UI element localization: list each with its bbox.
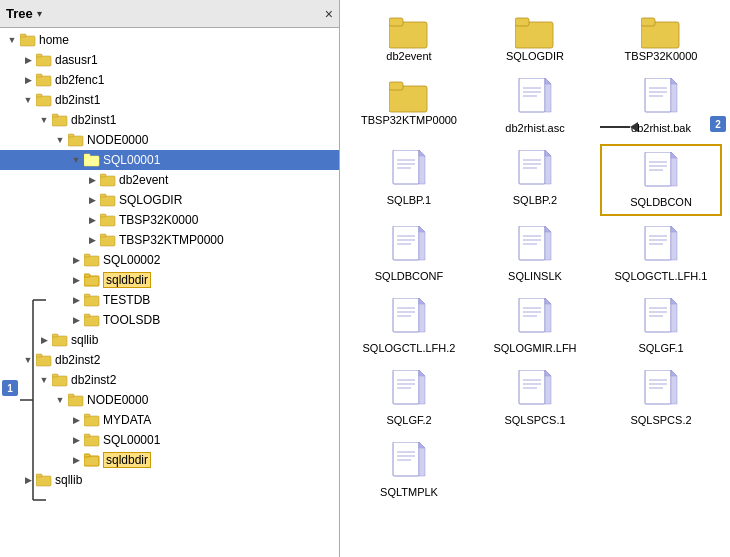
file-folder-icon-tbsp32k0000 bbox=[641, 14, 681, 50]
folder-icon-tbsp32ktmp0000-child bbox=[100, 233, 116, 247]
tree-node-testdb[interactable]: ▶ TESTDB bbox=[0, 290, 339, 310]
svg-rect-31 bbox=[84, 294, 90, 297]
file-item-sqlbp2[interactable]: SQLBP.2 bbox=[474, 144, 596, 216]
node-label-db2inst1: db2inst1 bbox=[55, 93, 100, 107]
expand-mydata[interactable]: ▶ bbox=[68, 412, 84, 428]
file-item-sqldbcon[interactable]: SQLDBCON bbox=[600, 144, 722, 216]
expand-db2event-child[interactable]: ▶ bbox=[84, 172, 100, 188]
tree-node-dasusr1[interactable]: ▶ dasusr1 bbox=[0, 50, 339, 70]
svg-rect-106 bbox=[393, 298, 419, 332]
folder-icon-db2inst1 bbox=[36, 93, 52, 107]
expand-sqlogdir-child[interactable]: ▶ bbox=[84, 192, 100, 208]
svg-rect-136 bbox=[645, 370, 671, 404]
expand-sqldbdir1[interactable]: ▶ bbox=[68, 272, 84, 288]
svg-rect-23 bbox=[100, 214, 106, 217]
file-item-sqlogdir[interactable]: SQLOGDIR bbox=[474, 8, 596, 68]
tree-node-mydata[interactable]: ▶ MYDATA bbox=[0, 410, 339, 430]
expand-sqldbdir2[interactable]: ▶ bbox=[68, 452, 84, 468]
file-item-sqltmplk[interactable]: SQLTMPLK bbox=[348, 436, 470, 504]
expand-db2inst1[interactable]: ▼ bbox=[20, 92, 36, 108]
expand-sql00002[interactable]: ▶ bbox=[68, 252, 84, 268]
expand-db2inst2[interactable]: ▼ bbox=[20, 352, 36, 368]
expand-tbsp32ktmp0000-child[interactable]: ▶ bbox=[84, 232, 100, 248]
tree-node-sql00002[interactable]: ▶ SQL00002 bbox=[0, 250, 339, 270]
svg-marker-144 bbox=[419, 442, 425, 448]
file-label-sqlbp2: SQLBP.2 bbox=[513, 194, 557, 206]
file-doc-icon-sqlogctl-lfh2 bbox=[391, 298, 427, 342]
file-item-sqlgf2[interactable]: SQLGF.2 bbox=[348, 364, 470, 432]
expand-db2inst1-sub[interactable]: ▼ bbox=[36, 112, 52, 128]
tree-node-home[interactable]: ▼ home bbox=[0, 30, 339, 50]
tree-node-sqllib2[interactable]: ▶ sqllib bbox=[0, 470, 339, 490]
file-label-sqldbconf: SQLDBCONF bbox=[375, 270, 443, 282]
expand-sqllib1[interactable]: ▶ bbox=[36, 332, 52, 348]
file-item-sqlogmir-lfh[interactable]: SQLOGMIR.LFH bbox=[474, 292, 596, 360]
file-label-sqlbp1: SQLBP.1 bbox=[387, 194, 431, 206]
svg-rect-36 bbox=[36, 356, 51, 366]
tree-node-tbsp32k0000-child[interactable]: ▶ TBSP32K0000 bbox=[0, 210, 339, 230]
svg-rect-6 bbox=[36, 56, 51, 66]
file-item-sqldbconf[interactable]: SQLDBCONF bbox=[348, 220, 470, 288]
expand-testdb[interactable]: ▶ bbox=[68, 292, 84, 308]
folder-icon-db2inst1-sub bbox=[52, 113, 68, 127]
svg-rect-112 bbox=[519, 298, 545, 332]
svg-rect-43 bbox=[84, 414, 90, 417]
file-panel: db2event SQLOGDIR TBSP32K0000 TBSP32KT bbox=[340, 0, 730, 557]
expand-sqllib2[interactable]: ▶ bbox=[20, 472, 36, 488]
expand-node0000[interactable]: ▼ bbox=[52, 132, 68, 148]
expand-home[interactable]: ▼ bbox=[4, 32, 20, 48]
expand-sql00001[interactable]: ▼ bbox=[68, 152, 84, 168]
tree-dropdown-arrow[interactable]: ▾ bbox=[37, 8, 42, 19]
tree-node-sql00001-2[interactable]: ▶ SQL00001 bbox=[0, 430, 339, 450]
expand-tbsp32k0000-child[interactable]: ▶ bbox=[84, 212, 100, 228]
expand-sql00001-2[interactable]: ▶ bbox=[68, 432, 84, 448]
tree-node-db2fenc1[interactable]: ▶ db2fenc1 bbox=[0, 70, 339, 90]
tree-node-db2event-child[interactable]: ▶ db2event bbox=[0, 170, 339, 190]
expand-dasusr1[interactable]: ▶ bbox=[20, 52, 36, 68]
tree-node-sqlogdir-child[interactable]: ▶ SQLOGDIR bbox=[0, 190, 339, 210]
expand-db2inst2-sub[interactable]: ▼ bbox=[36, 372, 52, 388]
file-item-db2event[interactable]: db2event bbox=[348, 8, 470, 68]
svg-rect-9 bbox=[36, 74, 42, 77]
file-item-sqlogctl-lfh2[interactable]: SQLOGCTL.LFH.2 bbox=[348, 292, 470, 360]
tree-close-button[interactable]: × bbox=[325, 7, 333, 21]
svg-rect-11 bbox=[36, 94, 42, 97]
expand-toolsdb[interactable]: ▶ bbox=[68, 312, 84, 328]
file-item-tbsp32ktmp0000[interactable]: TBSP32KTMP0000 bbox=[348, 72, 470, 140]
tree-node-db2inst1[interactable]: ▼ db2inst1 bbox=[0, 90, 339, 110]
file-item-sqlspcs1[interactable]: SQLSPCS.1 bbox=[474, 364, 596, 432]
tree-node-sql00001[interactable]: ▼ SQL00001 bbox=[0, 150, 339, 170]
svg-rect-13 bbox=[52, 114, 58, 117]
tree-body[interactable]: ▼ home ▶ dasusr1 ▶ bbox=[0, 28, 339, 557]
tree-node-db2inst1-sub[interactable]: ▼ db2inst1 bbox=[0, 110, 339, 130]
tree-node-sqldbdir1[interactable]: ▶ sqldbdir bbox=[0, 270, 339, 290]
expand-db2fenc1[interactable]: ▶ bbox=[20, 72, 36, 88]
node-label-db2inst2-sub: db2inst2 bbox=[71, 373, 116, 387]
file-item-sqlbp1[interactable]: SQLBP.1 bbox=[348, 144, 470, 216]
svg-marker-126 bbox=[419, 370, 425, 376]
tree-node-node0000[interactable]: ▼ NODE0000 bbox=[0, 130, 339, 150]
folder-icon-sql00001-2 bbox=[84, 433, 100, 447]
file-item-sqlinslk[interactable]: SQLINSLK bbox=[474, 220, 596, 288]
folder-icon-sql00001 bbox=[84, 153, 100, 167]
tree-node-sqldbdir2[interactable]: ▶ sqldbdir bbox=[0, 450, 339, 470]
svg-marker-72 bbox=[419, 150, 425, 156]
tree-node-db2inst2[interactable]: ▼ db2inst2 bbox=[0, 350, 339, 370]
file-item-sqlgf1[interactable]: SQLGF.1 bbox=[600, 292, 722, 360]
file-item-sqlogctl-lfh1[interactable]: SQLOGCTL.LFH.1 bbox=[600, 220, 722, 288]
file-label-sqlspcs2: SQLSPCS.2 bbox=[630, 414, 691, 426]
tree-node-sqllib1[interactable]: ▶ sqllib bbox=[0, 330, 339, 350]
svg-marker-96 bbox=[545, 226, 551, 232]
tree-node-node0000-2[interactable]: ▼ NODE0000 bbox=[0, 390, 339, 410]
expand-node0000-2[interactable]: ▼ bbox=[52, 392, 68, 408]
svg-rect-33 bbox=[84, 314, 90, 317]
tree-node-tbsp32ktmp0000-child[interactable]: ▶ TBSP32KTMP0000 bbox=[0, 230, 339, 250]
tree-node-db2inst2-sub[interactable]: ▼ db2inst2 bbox=[0, 370, 339, 390]
file-item-sqlspcs2[interactable]: SQLSPCS.2 bbox=[600, 364, 722, 432]
file-item-tbsp32k0000[interactable]: TBSP32K0000 bbox=[600, 8, 722, 68]
tree-node-toolsdb[interactable]: ▶ TOOLSDB bbox=[0, 310, 339, 330]
file-item-db2rhist-asc[interactable]: db2rhist.asc bbox=[474, 72, 596, 140]
node-label-db2fenc1: db2fenc1 bbox=[55, 73, 104, 87]
svg-rect-34 bbox=[52, 336, 67, 346]
svg-rect-142 bbox=[393, 442, 419, 476]
